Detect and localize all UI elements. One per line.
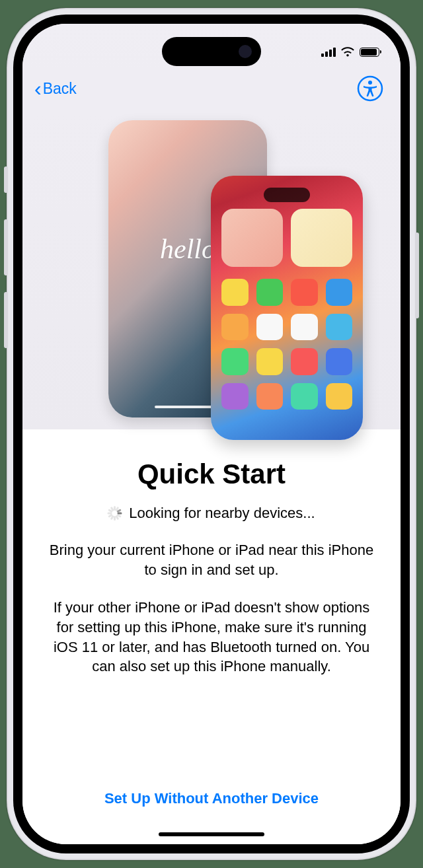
app-icon xyxy=(221,383,249,410)
app-icon xyxy=(291,383,318,410)
app-icon xyxy=(256,348,284,375)
spinner-icon xyxy=(108,506,122,521)
app-icon xyxy=(256,314,284,341)
back-label: Back xyxy=(43,80,77,98)
app-icon xyxy=(326,383,353,410)
accessibility-button[interactable] xyxy=(357,75,383,102)
app-icon xyxy=(221,348,249,375)
current-device-illustration xyxy=(211,176,363,440)
instruction-paragraph-1: Bring your current iPhone or iPad near t… xyxy=(49,540,374,579)
svg-point-1 xyxy=(368,81,372,85)
app-icon xyxy=(256,383,284,410)
content-section: Quick Start Looking for nearby devices..… xyxy=(22,429,401,844)
app-icon xyxy=(291,314,318,341)
status-text: Looking for nearby devices... xyxy=(129,505,315,522)
app-icon xyxy=(291,279,318,306)
back-button[interactable]: ‹ Back xyxy=(34,78,77,99)
hero-illustration: hello xyxy=(22,112,401,429)
dynamic-island xyxy=(162,37,261,66)
app-icon xyxy=(221,279,249,306)
app-icon xyxy=(326,348,353,375)
app-icon xyxy=(221,314,249,341)
chevron-left-icon: ‹ xyxy=(34,78,42,99)
app-icon xyxy=(326,314,353,341)
app-icon xyxy=(256,279,284,306)
battery-icon xyxy=(360,48,379,57)
home-indicator[interactable] xyxy=(159,832,264,836)
nav-bar: ‹ Back xyxy=(22,69,401,112)
wifi-icon xyxy=(341,47,354,57)
app-icon xyxy=(291,348,318,375)
instruction-paragraph-2: If your other iPhone or iPad doesn't sho… xyxy=(49,598,374,676)
phone-frame: ‹ Back hello xyxy=(7,8,416,860)
app-icon xyxy=(326,279,353,306)
page-title: Quick Start xyxy=(49,458,374,490)
cellular-signal-icon xyxy=(321,48,336,57)
searching-status: Looking for nearby devices... xyxy=(49,505,374,522)
